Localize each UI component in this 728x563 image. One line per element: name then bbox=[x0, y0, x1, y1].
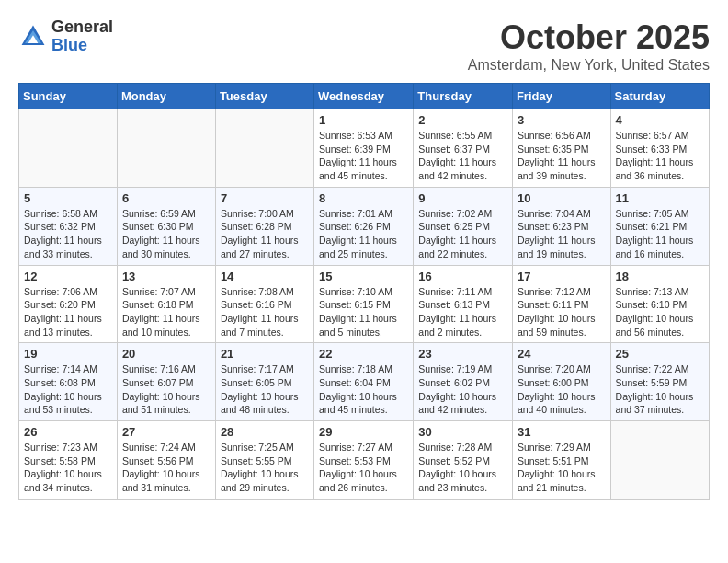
day-info: Sunrise: 7:12 AM Sunset: 6:11 PM Dayligh… bbox=[518, 285, 606, 339]
day-info: Sunrise: 7:18 AM Sunset: 6:04 PM Dayligh… bbox=[319, 362, 408, 417]
day-number: 28 bbox=[221, 425, 309, 439]
day-info: Sunrise: 7:16 AM Sunset: 6:07 PM Dayligh… bbox=[122, 362, 210, 417]
day-number: 2 bbox=[418, 113, 507, 127]
day-number: 7 bbox=[221, 191, 309, 205]
day-info: Sunrise: 7:25 AM Sunset: 5:55 PM Dayligh… bbox=[221, 441, 309, 495]
day-info: Sunrise: 7:11 AM Sunset: 6:13 PM Dayligh… bbox=[418, 285, 507, 339]
day-number: 29 bbox=[319, 425, 408, 439]
day-info: Sunrise: 7:06 AM Sunset: 6:20 PM Dayligh… bbox=[24, 285, 112, 339]
calendar-cell: 5Sunrise: 6:58 AM Sunset: 6:32 PM Daylig… bbox=[19, 187, 118, 265]
day-info: Sunrise: 6:59 AM Sunset: 6:30 PM Dayligh… bbox=[122, 207, 210, 261]
day-info: Sunrise: 7:29 AM Sunset: 5:51 PM Dayligh… bbox=[518, 441, 606, 495]
day-number: 23 bbox=[418, 347, 507, 361]
calendar-cell: 16Sunrise: 7:11 AM Sunset: 6:13 PM Dayli… bbox=[414, 265, 513, 343]
day-info: Sunrise: 7:10 AM Sunset: 6:15 PM Dayligh… bbox=[319, 285, 408, 339]
calendar-cell: 27Sunrise: 7:24 AM Sunset: 5:56 PM Dayli… bbox=[117, 421, 215, 500]
day-info: Sunrise: 7:00 AM Sunset: 6:28 PM Dayligh… bbox=[221, 207, 309, 261]
day-info: Sunrise: 7:13 AM Sunset: 6:10 PM Dayligh… bbox=[616, 285, 704, 339]
day-number: 3 bbox=[518, 113, 606, 127]
calendar-cell: 8Sunrise: 7:01 AM Sunset: 6:26 PM Daylig… bbox=[314, 187, 414, 265]
day-info: Sunrise: 7:24 AM Sunset: 5:56 PM Dayligh… bbox=[122, 441, 210, 495]
day-number: 6 bbox=[122, 191, 210, 205]
calendar-table: SundayMondayTuesdayWednesdayThursdayFrid… bbox=[18, 83, 710, 500]
day-number: 16 bbox=[418, 270, 507, 283]
day-info: Sunrise: 7:19 AM Sunset: 6:02 PM Dayligh… bbox=[418, 362, 507, 417]
calendar-cell: 23Sunrise: 7:19 AM Sunset: 6:02 PM Dayli… bbox=[414, 343, 513, 421]
day-info: Sunrise: 7:04 AM Sunset: 6:23 PM Dayligh… bbox=[518, 207, 606, 261]
calendar-cell bbox=[117, 109, 215, 188]
calendar-cell bbox=[610, 421, 709, 500]
calendar-cell: 25Sunrise: 7:22 AM Sunset: 5:59 PM Dayli… bbox=[610, 343, 709, 421]
calendar-cell: 12Sunrise: 7:06 AM Sunset: 6:20 PM Dayli… bbox=[19, 265, 118, 343]
day-header-thursday: Thursday bbox=[414, 84, 513, 109]
day-number: 1 bbox=[319, 113, 408, 127]
day-number: 13 bbox=[122, 270, 210, 283]
day-info: Sunrise: 6:55 AM Sunset: 6:37 PM Dayligh… bbox=[418, 129, 507, 183]
day-number: 12 bbox=[24, 270, 112, 283]
calendar-cell: 30Sunrise: 7:28 AM Sunset: 5:52 PM Dayli… bbox=[414, 421, 513, 500]
day-number: 14 bbox=[221, 270, 309, 283]
calendar-cell: 11Sunrise: 7:05 AM Sunset: 6:21 PM Dayli… bbox=[610, 187, 709, 265]
calendar-cell bbox=[19, 109, 118, 188]
day-info: Sunrise: 6:56 AM Sunset: 6:35 PM Dayligh… bbox=[518, 129, 606, 183]
day-header-tuesday: Tuesday bbox=[215, 84, 313, 109]
day-number: 30 bbox=[418, 425, 507, 439]
logo-blue-text: Blue bbox=[51, 37, 113, 55]
day-header-saturday: Saturday bbox=[610, 84, 709, 109]
week-row-1: 1Sunrise: 6:53 AM Sunset: 6:39 PM Daylig… bbox=[19, 109, 710, 188]
week-row-2: 5Sunrise: 6:58 AM Sunset: 6:32 PM Daylig… bbox=[19, 187, 710, 265]
calendar-cell: 20Sunrise: 7:16 AM Sunset: 6:07 PM Dayli… bbox=[117, 343, 215, 421]
day-info: Sunrise: 7:14 AM Sunset: 6:08 PM Dayligh… bbox=[24, 362, 112, 417]
calendar-cell: 4Sunrise: 6:57 AM Sunset: 6:33 PM Daylig… bbox=[610, 109, 709, 188]
day-info: Sunrise: 6:57 AM Sunset: 6:33 PM Dayligh… bbox=[616, 129, 704, 183]
day-info: Sunrise: 7:08 AM Sunset: 6:16 PM Dayligh… bbox=[221, 285, 309, 339]
calendar-cell bbox=[215, 109, 313, 188]
day-info: Sunrise: 7:20 AM Sunset: 6:00 PM Dayligh… bbox=[518, 362, 606, 417]
day-number: 17 bbox=[518, 270, 606, 283]
day-number: 15 bbox=[319, 270, 408, 283]
calendar-cell: 28Sunrise: 7:25 AM Sunset: 5:55 PM Dayli… bbox=[215, 421, 313, 500]
day-info: Sunrise: 7:05 AM Sunset: 6:21 PM Dayligh… bbox=[616, 207, 704, 261]
header: General Blue October 2025 Amsterdam, New… bbox=[18, 18, 710, 74]
day-number: 21 bbox=[221, 347, 309, 361]
day-number: 18 bbox=[616, 270, 704, 283]
calendar-cell: 29Sunrise: 7:27 AM Sunset: 5:53 PM Dayli… bbox=[314, 421, 414, 500]
day-number: 19 bbox=[24, 347, 112, 361]
day-info: Sunrise: 7:22 AM Sunset: 5:59 PM Dayligh… bbox=[616, 362, 704, 417]
day-number: 20 bbox=[122, 347, 210, 361]
day-number: 8 bbox=[319, 191, 408, 205]
logo: General Blue bbox=[18, 18, 113, 55]
month-title: October 2025 bbox=[468, 18, 710, 57]
day-info: Sunrise: 6:58 AM Sunset: 6:32 PM Dayligh… bbox=[24, 207, 112, 261]
week-row-5: 26Sunrise: 7:23 AM Sunset: 5:58 PM Dayli… bbox=[19, 421, 710, 500]
calendar-cell: 24Sunrise: 7:20 AM Sunset: 6:00 PM Dayli… bbox=[512, 343, 610, 421]
day-info: Sunrise: 7:28 AM Sunset: 5:52 PM Dayligh… bbox=[418, 441, 507, 495]
day-number: 4 bbox=[616, 113, 704, 127]
calendar-cell: 21Sunrise: 7:17 AM Sunset: 6:05 PM Dayli… bbox=[215, 343, 313, 421]
calendar-cell: 1Sunrise: 6:53 AM Sunset: 6:39 PM Daylig… bbox=[314, 109, 414, 188]
calendar-cell: 13Sunrise: 7:07 AM Sunset: 6:18 PM Dayli… bbox=[117, 265, 215, 343]
calendar-cell: 10Sunrise: 7:04 AM Sunset: 6:23 PM Dayli… bbox=[512, 187, 610, 265]
location-title: Amsterdam, New York, United States bbox=[468, 57, 710, 74]
day-number: 11 bbox=[616, 191, 704, 205]
calendar-cell: 22Sunrise: 7:18 AM Sunset: 6:04 PM Dayli… bbox=[314, 343, 414, 421]
day-info: Sunrise: 7:17 AM Sunset: 6:05 PM Dayligh… bbox=[221, 362, 309, 417]
day-header-wednesday: Wednesday bbox=[314, 84, 414, 109]
calendar-cell: 19Sunrise: 7:14 AM Sunset: 6:08 PM Dayli… bbox=[19, 343, 118, 421]
calendar-cell: 17Sunrise: 7:12 AM Sunset: 6:11 PM Dayli… bbox=[512, 265, 610, 343]
day-number: 24 bbox=[518, 347, 606, 361]
day-info: Sunrise: 7:01 AM Sunset: 6:26 PM Dayligh… bbox=[319, 207, 408, 261]
day-number: 25 bbox=[616, 347, 704, 361]
calendar-cell: 3Sunrise: 6:56 AM Sunset: 6:35 PM Daylig… bbox=[512, 109, 610, 188]
day-info: Sunrise: 7:07 AM Sunset: 6:18 PM Dayligh… bbox=[122, 285, 210, 339]
day-number: 22 bbox=[319, 347, 408, 361]
calendar-cell: 2Sunrise: 6:55 AM Sunset: 6:37 PM Daylig… bbox=[414, 109, 513, 188]
logo-general-text: General bbox=[51, 18, 113, 37]
day-number: 10 bbox=[518, 191, 606, 205]
logo-icon bbox=[18, 22, 48, 52]
calendar-cell: 15Sunrise: 7:10 AM Sunset: 6:15 PM Dayli… bbox=[314, 265, 414, 343]
calendar-cell: 18Sunrise: 7:13 AM Sunset: 6:10 PM Dayli… bbox=[610, 265, 709, 343]
day-number: 26 bbox=[24, 425, 112, 439]
week-row-3: 12Sunrise: 7:06 AM Sunset: 6:20 PM Dayli… bbox=[19, 265, 710, 343]
day-info: Sunrise: 7:02 AM Sunset: 6:25 PM Dayligh… bbox=[418, 207, 507, 261]
